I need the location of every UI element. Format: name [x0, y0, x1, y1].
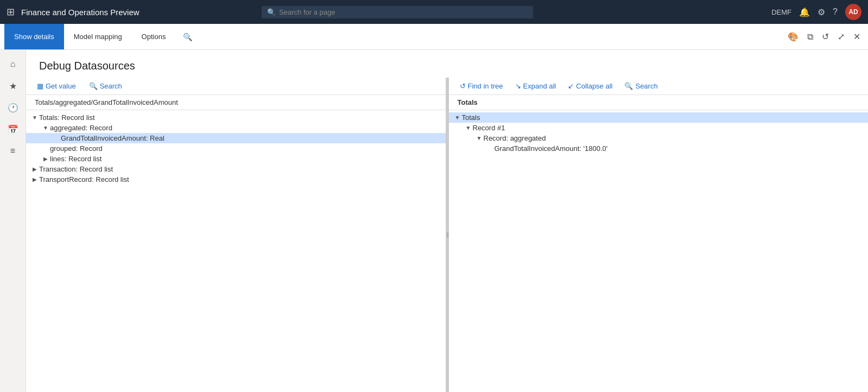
secondary-toolbar: Show details Model mapping Options 🔍 🎨 ⧉…	[0, 24, 868, 50]
right-pane-toolbar: ↺ Find in tree ↘ Expand all ↙ Collapse a…	[449, 78, 869, 95]
window-icon-btn[interactable]: ⧉	[804, 30, 816, 44]
left-search-icon: 🔍	[89, 82, 98, 90]
sidebar-item-list[interactable]: ≡	[3, 141, 23, 161]
toolbar-right-icons: 🎨 ⧉ ↺ ⤢ ✕	[784, 29, 868, 44]
notification-icon[interactable]: 🔔	[799, 7, 810, 17]
global-search[interactable]: 🔍	[262, 6, 533, 18]
find-tree-label: Find in tree	[468, 82, 503, 90]
help-icon[interactable]: ?	[833, 7, 838, 17]
topbar: ⊞ Finance and Operations Preview 🔍 DEMF …	[0, 0, 868, 24]
toolbar-search-icon[interactable]: 🔍	[180, 33, 195, 41]
avatar[interactable]: AD	[845, 4, 861, 20]
tree-node-label: TransportRecord: Record list	[39, 175, 129, 184]
toggle-icon: ▼	[41, 125, 50, 131]
right-search-button[interactable]: 🔍 Search	[622, 81, 660, 91]
toggle-icon: ▼	[475, 135, 484, 141]
collapse-all-button[interactable]: ↙ Collapse all	[566, 81, 614, 91]
collapse-all-icon: ↙	[568, 82, 574, 90]
tree-node-label: Record #1	[473, 124, 505, 132]
search-input[interactable]	[279, 8, 528, 16]
right-search-label: Search	[635, 82, 657, 90]
path-bar: Totals/aggregated/GrandTotalInvoicedAmou…	[26, 95, 446, 110]
settings-icon[interactable]: ⚙	[818, 7, 825, 17]
tab-show-details[interactable]: Show details	[4, 24, 64, 49]
path-value: Totals/aggregated/GrandTotalInvoicedAmou…	[35, 98, 178, 106]
expand-all-button[interactable]: ↘ Expand all	[513, 81, 559, 91]
search-icon: 🔍	[267, 8, 276, 16]
close-icon-btn[interactable]: ✕	[850, 29, 864, 44]
tree-node-label: Totals: Record list	[39, 113, 95, 122]
tab-options[interactable]: Options	[132, 24, 176, 49]
main-layout: ⌂ ★ 🕐 📅 ≡ Debug Datasources ▦ Get value …	[0, 50, 868, 392]
user-label: DEMF	[771, 8, 791, 16]
tree-row[interactable]: grouped: Record	[26, 143, 446, 154]
right-tree-container[interactable]: ▼ Totals ▼ Record #1 ▼ Record: aggregate…	[449, 110, 869, 392]
topbar-right: DEMF 🔔 ⚙ ? AD	[771, 4, 861, 20]
sidebar-item-recent[interactable]: 🕐	[3, 98, 23, 117]
sidebar-item-home[interactable]: ⌂	[3, 54, 23, 74]
tree-node-label: Totals	[462, 113, 480, 122]
left-search-button[interactable]: 🔍 Search	[87, 81, 124, 91]
left-tree-container[interactable]: ▼ Totals: Record list ▼ aggregated: Reco…	[26, 110, 446, 392]
sidebar-item-calendar[interactable]: 📅	[3, 119, 23, 139]
page-title: Debug Datasources	[26, 50, 868, 78]
popout-icon-btn[interactable]: ⤢	[834, 29, 848, 44]
tree-node-label: aggregated: Record	[50, 124, 112, 132]
palette-icon-btn[interactable]: 🎨	[784, 29, 802, 44]
expand-all-icon: ↘	[515, 82, 521, 90]
tree-row[interactable]: ▶ Transaction: Record list	[26, 164, 446, 174]
split-pane: ▦ Get value 🔍 Search Totals/aggregated/G…	[26, 78, 868, 392]
find-tree-button[interactable]: ↺ Find in tree	[458, 81, 505, 91]
tree-row[interactable]: ▼ Totals	[449, 112, 869, 123]
tree-row[interactable]: ▼ Record #1	[449, 123, 869, 133]
find-tree-icon: ↺	[460, 82, 466, 90]
sidebar: ⌂ ★ 🕐 📅 ≡	[0, 50, 26, 392]
tree-row[interactable]: ▶ lines: Record list	[26, 154, 446, 164]
tree-node-label: GrandTotalInvoicedAmount: Real	[61, 134, 164, 142]
sidebar-item-favorites[interactable]: ★	[3, 76, 23, 96]
content-area: Debug Datasources ▦ Get value 🔍 Search T…	[26, 50, 868, 392]
toggle-icon: ▶	[41, 156, 50, 162]
tree-node-label: grouped: Record	[50, 144, 103, 153]
tree-node-label: Transaction: Record list	[39, 165, 113, 173]
left-pane: ▦ Get value 🔍 Search Totals/aggregated/G…	[26, 78, 447, 392]
left-pane-toolbar: ▦ Get value 🔍 Search	[26, 78, 446, 95]
get-value-button[interactable]: ▦ Get value	[35, 81, 78, 91]
tree-node-label: GrandTotalInvoicedAmount: '1800.0'	[495, 144, 608, 153]
collapse-all-label: Collapse all	[576, 82, 612, 90]
expand-all-label: Expand all	[523, 82, 556, 90]
tree-row[interactable]: GrandTotalInvoicedAmount: '1800.0'	[449, 143, 869, 154]
toggle-icon: ▶	[30, 176, 39, 182]
tree-row[interactable]: ▼ Totals: Record list	[26, 112, 446, 123]
tree-node-label: Record: aggregated	[484, 134, 546, 142]
get-value-label: Get value	[46, 82, 76, 90]
tree-row[interactable]: ▼ Record: aggregated	[449, 133, 869, 143]
right-search-icon: 🔍	[624, 82, 633, 90]
grid-icon[interactable]: ⊞	[7, 6, 15, 18]
tree-row[interactable]: ▼ aggregated: Record	[26, 123, 446, 133]
toggle-icon: ▶	[30, 166, 39, 172]
toggle-icon: ▼	[453, 115, 462, 121]
left-search-label: Search	[100, 82, 122, 90]
tree-node-label: lines: Record list	[50, 155, 102, 163]
right-root-label: Totals	[449, 95, 869, 110]
refresh-icon-btn[interactable]: ↺	[819, 29, 832, 44]
get-value-icon: ▦	[37, 82, 43, 90]
tree-row[interactable]: GrandTotalInvoicedAmount: Real	[26, 133, 446, 143]
toggle-icon: ▼	[464, 125, 473, 131]
app-title: Finance and Operations Preview	[21, 8, 140, 17]
right-pane: ↺ Find in tree ↘ Expand all ↙ Collapse a…	[449, 78, 869, 392]
tree-row[interactable]: ▶ TransportRecord: Record list	[26, 174, 446, 185]
tab-model-mapping[interactable]: Model mapping	[64, 24, 132, 49]
toggle-icon: ▼	[30, 115, 39, 121]
